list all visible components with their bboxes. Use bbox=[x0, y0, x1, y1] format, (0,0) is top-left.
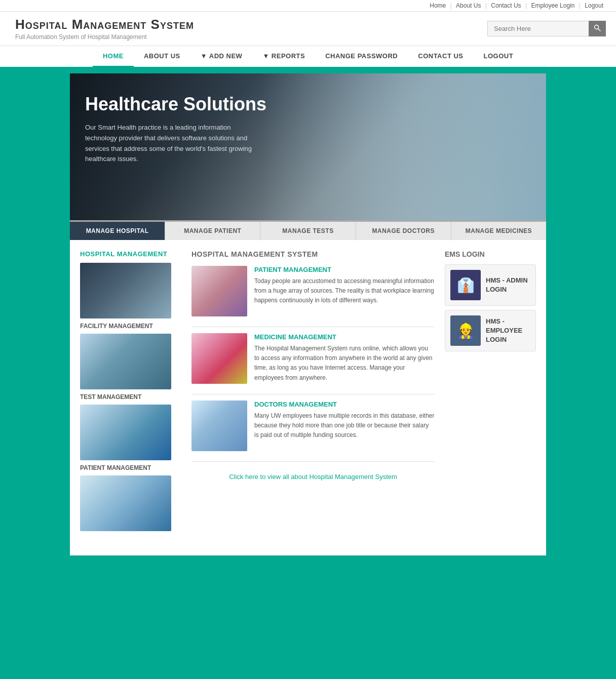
section-label-patient: PATIENT MANAGEMENT bbox=[80, 464, 181, 471]
thumb-lab bbox=[80, 405, 171, 460]
hero-banner: Healthcare Solutions Our Smart Health pr… bbox=[70, 73, 546, 220]
thumb-patient bbox=[80, 475, 171, 531]
svg-line-1 bbox=[598, 29, 601, 31]
mid-section-doctors-text: Many UW employees have multiple records … bbox=[254, 411, 435, 441]
thumb-healthcare bbox=[80, 263, 171, 318]
mid-section-patient-title: PATIENT MANAGEMENT bbox=[254, 266, 435, 273]
content-section: HOSPITAL MANAGEMENT FACILITY MANAGEMENT … bbox=[70, 240, 546, 545]
mid-col-heading: HOSPITAL MANAGEMENT SYSTEM bbox=[191, 250, 435, 258]
topbar-home-link[interactable]: Home bbox=[430, 2, 446, 9]
mid-thumb-pills bbox=[191, 333, 247, 384]
site-subtitle: Full Automation System of Hospital Manag… bbox=[15, 33, 194, 41]
left-col-heading: HOSPITAL MANAGEMENT bbox=[80, 250, 181, 258]
nav-about[interactable]: ABOUT US bbox=[134, 46, 190, 67]
top-bar: Home | About Us | Contact Us | Employee … bbox=[0, 0, 616, 12]
carousel-tab-hospital[interactable]: MANAGE HOSPITAL bbox=[70, 222, 165, 240]
mid-column: HOSPITAL MANAGEMENT SYSTEM PATIENT MANAG… bbox=[191, 250, 435, 535]
emp-icon: 👷 bbox=[450, 315, 481, 346]
mid-section-doctors-title: DOCTORS MANAGEMENT bbox=[254, 401, 435, 408]
mid-section-medicine-title: MEDICINE MANAGEMENT bbox=[254, 333, 435, 341]
left-column: HOSPITAL MANAGEMENT FACILITY MANAGEMENT … bbox=[80, 250, 181, 535]
emp-login-label: HMS - EMPLOYEE LOGIN bbox=[486, 317, 530, 345]
hero-text: Healthcare Solutions Our Smart Health pr… bbox=[85, 94, 266, 165]
site-title: Hospital Management System bbox=[15, 17, 194, 32]
divider-2 bbox=[191, 394, 435, 394]
main-wrapper: Healthcare Solutions Our Smart Health pr… bbox=[70, 73, 546, 555]
thumb-nurse bbox=[80, 334, 171, 389]
section-label-test: TEST MANAGEMENT bbox=[80, 393, 181, 401]
search-area bbox=[487, 21, 606, 36]
carousel-tab-patient[interactable]: MANAGE PATIENT bbox=[165, 222, 260, 240]
admin-login-label: HMS - ADMIN LOGIN bbox=[486, 276, 530, 294]
topbar-about-link[interactable]: About Us bbox=[456, 2, 481, 9]
section-label-facility: FACILITY MANAGEMENT bbox=[80, 323, 181, 330]
search-input[interactable] bbox=[487, 21, 589, 36]
mid-thumb-patient bbox=[191, 266, 247, 316]
carousel-tab-tests[interactable]: MANAGE TESTS bbox=[260, 222, 356, 240]
admin-login-card[interactable]: 👔 HMS - ADMIN LOGIN bbox=[445, 264, 536, 306]
search-button[interactable] bbox=[589, 21, 606, 36]
hero-figures bbox=[260, 73, 546, 220]
right-col-heading: EMS Login bbox=[445, 250, 536, 258]
mid-section-medicine-text: The Hospital Management System runs onli… bbox=[254, 344, 435, 383]
hero-title: Healthcare Solutions bbox=[85, 94, 266, 115]
header: Hospital Management System Full Automati… bbox=[0, 12, 616, 46]
nav-home[interactable]: HOME bbox=[93, 46, 134, 67]
mid-section-patient-text: Today people are accustomed to accessing… bbox=[254, 276, 435, 306]
mid-thumb-doctors bbox=[191, 401, 247, 451]
carousel-tabs: MANAGE HOSPITAL MANAGE PATIENT MANAGE TE… bbox=[70, 220, 546, 240]
nav-add-new[interactable]: ▼ ADD NEW bbox=[190, 46, 253, 67]
divider-3 bbox=[191, 461, 435, 462]
topbar-logout-link[interactable]: Logout bbox=[585, 2, 603, 9]
nav-contact[interactable]: CONTACT US bbox=[408, 46, 473, 67]
divider-1 bbox=[191, 327, 435, 327]
logo-area: Hospital Management System Full Automati… bbox=[15, 17, 194, 41]
view-all-link[interactable]: Click here to view all about Hospital Ma… bbox=[191, 468, 435, 486]
carousel-tab-doctors[interactable]: MANAGE DOCTORS bbox=[356, 222, 451, 240]
right-column: EMS Login 👔 HMS - ADMIN LOGIN 👷 HMS - EM… bbox=[445, 250, 536, 535]
hero-description: Our Smart Health practice is a leading i… bbox=[85, 123, 262, 165]
carousel-tab-medicines[interactable]: MANAGE MEDICINES bbox=[451, 222, 546, 240]
nav-reports[interactable]: ▼ REPORTS bbox=[252, 46, 315, 67]
mid-section-doctors: DOCTORS MANAGEMENT Many UW employees hav… bbox=[191, 401, 435, 451]
topbar-emp-login-link[interactable]: Employee Login bbox=[531, 2, 574, 9]
emp-login-card[interactable]: 👷 HMS - EMPLOYEE LOGIN bbox=[445, 310, 536, 351]
admin-icon: 👔 bbox=[450, 270, 481, 300]
main-nav: HOME ABOUT US ▼ ADD NEW ▼ REPORTS CHANGE… bbox=[0, 46, 616, 68]
mid-section-patient: PATIENT MANAGEMENT Today people are accu… bbox=[191, 266, 435, 316]
topbar-contact-link[interactable]: Contact Us bbox=[491, 2, 521, 9]
nav-change-password[interactable]: CHANGE PASSWORD bbox=[315, 46, 408, 67]
mid-section-medicine: MEDICINE MANAGEMENT The Hospital Managem… bbox=[191, 333, 435, 384]
nav-logout[interactable]: LOGOUT bbox=[474, 46, 524, 67]
search-icon bbox=[594, 24, 601, 31]
